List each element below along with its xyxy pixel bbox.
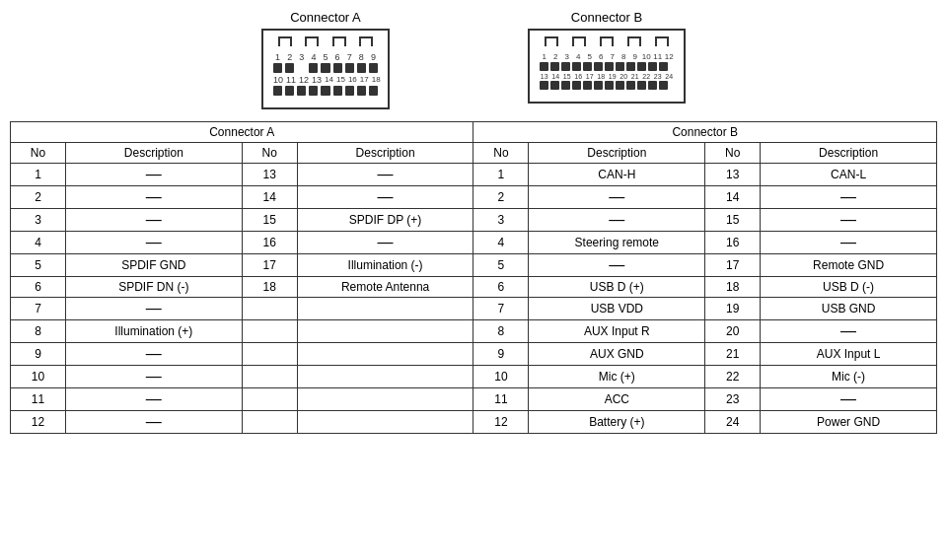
table-row: 3—15SPDIF DP (+)3—15— bbox=[11, 209, 937, 232]
notch bbox=[332, 36, 346, 46]
pin-dot bbox=[273, 63, 282, 73]
col-header-desc-b2: Description bbox=[761, 143, 937, 164]
pin-dot bbox=[637, 62, 646, 71]
pin-dot bbox=[273, 86, 282, 96]
notch bbox=[572, 36, 586, 46]
pin-dot bbox=[297, 86, 306, 96]
table-row: 10—10Mic (+)22Mic (-) bbox=[11, 366, 937, 388]
notch bbox=[600, 36, 614, 46]
col-header-no-b2: No bbox=[705, 143, 761, 164]
connector-b-content: 1 2 3 4 5 6 7 8 9 10 11 12 bbox=[538, 48, 676, 96]
pin-numbers-bot-a: 10 11 12 13 14 15 16 17 18 bbox=[273, 75, 378, 85]
pin-dot bbox=[626, 81, 635, 90]
table-row: 2—14—2—14— bbox=[11, 186, 937, 209]
col-header-no-a1: No bbox=[11, 143, 66, 164]
pin-dot bbox=[309, 86, 318, 96]
table-row: 11—11ACC23— bbox=[11, 388, 937, 411]
pin-dot bbox=[605, 62, 614, 71]
connector-b-label: Connector B bbox=[571, 10, 642, 25]
connector-a-diagram: Connector A 1 2 3 4 5 6 bbox=[261, 10, 390, 109]
connector-b-notches bbox=[538, 36, 676, 46]
pin-dot bbox=[659, 81, 668, 90]
pin-dot bbox=[594, 62, 603, 71]
pin-dot bbox=[550, 81, 559, 90]
connector-a-notches bbox=[271, 36, 380, 46]
pin-dot bbox=[572, 81, 581, 90]
pin-dot bbox=[616, 62, 624, 71]
notch bbox=[359, 36, 373, 46]
pin-dot bbox=[540, 62, 548, 71]
col-header-no-a2: No bbox=[242, 143, 297, 164]
table-row: 8Illumination (+)8AUX Input R20— bbox=[11, 320, 937, 343]
connector-b-box: 1 2 3 4 5 6 7 8 9 10 11 12 bbox=[528, 29, 686, 104]
pin-numbers-bot-b: 13 14 15 16 17 18 19 20 21 22 23 24 bbox=[540, 73, 674, 80]
pin-dot bbox=[626, 62, 635, 71]
pin-dot bbox=[561, 62, 570, 71]
connector-a-section-header: Connector A bbox=[11, 122, 474, 143]
table-row: 9—9AUX GND21AUX Input L bbox=[11, 343, 937, 366]
pin-dots-bot-b bbox=[540, 81, 674, 90]
pin-dot bbox=[321, 63, 329, 73]
notch bbox=[545, 36, 558, 46]
pin-dot bbox=[605, 81, 614, 90]
connector-b-section-header: Connector B bbox=[474, 122, 937, 143]
connectors-diagram: Connector A 1 2 3 4 5 6 bbox=[10, 10, 937, 109]
connector-a-content: 1 2 3 4 5 6 7 8 9 bbox=[271, 48, 380, 102]
pin-dot bbox=[309, 63, 318, 73]
pin-dots-top-a bbox=[273, 63, 378, 73]
table-row: 12—12Battery (+)24Power GND bbox=[11, 411, 937, 434]
pin-dot bbox=[648, 81, 657, 90]
notch bbox=[655, 36, 669, 46]
table-row: 1—13—1CAN-H13CAN-L bbox=[11, 164, 937, 186]
pin-dots-bot-a bbox=[273, 86, 378, 96]
pin-dot bbox=[333, 86, 342, 96]
pin-dot bbox=[594, 81, 603, 90]
pin-dot bbox=[550, 62, 559, 71]
pin-dot bbox=[285, 63, 294, 73]
pin-dot bbox=[637, 81, 646, 90]
pin-dot bbox=[369, 86, 378, 96]
pin-dot bbox=[285, 86, 294, 96]
pin-dot bbox=[540, 81, 548, 90]
table-row: 6SPDIF DN (-)18Remote Antenna6USB D (+)1… bbox=[11, 277, 937, 298]
pin-dot bbox=[369, 63, 378, 73]
pin-dot bbox=[345, 63, 354, 73]
col-header-desc-a1: Description bbox=[65, 143, 242, 164]
connector-a-label: Connector A bbox=[290, 10, 361, 25]
main-table: Connector A Connector B No Description N… bbox=[10, 121, 937, 434]
table-row: 4—16—4Steering remote16— bbox=[11, 232, 937, 254]
notch bbox=[627, 36, 641, 46]
connector-b-diagram: Connector B 1 2 3 4 5 bbox=[528, 10, 686, 109]
table-row: 7—7USB VDD19USB GND bbox=[11, 298, 937, 320]
pin-dot bbox=[572, 62, 581, 71]
pin-dots-top-b bbox=[540, 62, 674, 71]
notch bbox=[305, 36, 319, 46]
pin-dot bbox=[561, 81, 570, 90]
col-header-desc-a2: Description bbox=[297, 143, 474, 164]
col-header-desc-b1: Description bbox=[529, 143, 705, 164]
pin-dot bbox=[357, 86, 366, 96]
table-row: 5SPDIF GND17Illumination (-)5—17Remote G… bbox=[11, 254, 937, 277]
page-wrapper: Connector A 1 2 3 4 5 6 bbox=[10, 10, 937, 434]
col-header-no-b1: No bbox=[474, 143, 529, 164]
pin-dot-empty bbox=[297, 63, 306, 73]
pin-dot bbox=[616, 81, 624, 90]
pin-numbers-top-a: 1 2 3 4 5 6 7 8 9 bbox=[273, 52, 378, 62]
notch bbox=[278, 36, 292, 46]
pin-dot bbox=[583, 81, 592, 90]
pin-dot bbox=[345, 86, 354, 96]
pin-dot bbox=[357, 63, 366, 73]
pin-dot bbox=[659, 62, 668, 71]
pin-dot bbox=[333, 63, 342, 73]
connector-a-box: 1 2 3 4 5 6 7 8 9 bbox=[261, 29, 390, 109]
pin-dot bbox=[648, 62, 657, 71]
pin-dot bbox=[583, 62, 592, 71]
pin-numbers-top-b: 1 2 3 4 5 6 7 8 9 10 11 12 bbox=[540, 52, 674, 61]
pin-dot bbox=[321, 86, 329, 96]
